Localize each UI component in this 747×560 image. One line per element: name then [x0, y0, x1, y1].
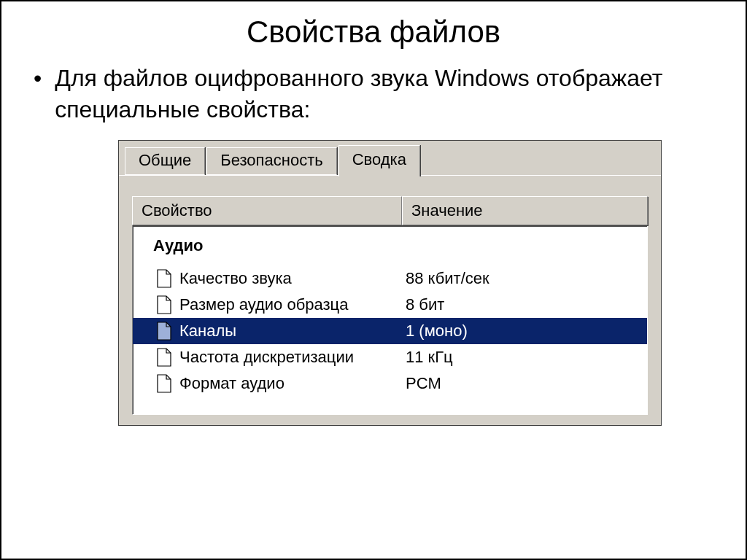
- group-header-audio: Аудио: [133, 229, 647, 265]
- list-row[interactable]: Качество звука88 кбит/сек: [133, 265, 647, 292]
- file-icon: [156, 295, 172, 314]
- list-row[interactable]: Размер аудио образца8 бит: [133, 292, 647, 318]
- property-value: 11 кГц: [406, 348, 647, 367]
- property-value: PCM: [406, 374, 647, 393]
- properties-dialog: Общие Безопасность Сводка Свойство Значе…: [118, 140, 662, 426]
- property-name: Размер аудио образца: [179, 295, 406, 314]
- list-row[interactable]: Частота дискретизации11 кГц: [133, 344, 647, 370]
- list-body: Аудио Качество звука88 кбит/сек Размер а…: [132, 225, 648, 415]
- property-name: Каналы: [179, 322, 406, 341]
- property-value: 1 (моно): [406, 322, 647, 341]
- tab-general[interactable]: Общие: [125, 147, 205, 175]
- bullet-dot-icon: •: [34, 63, 42, 94]
- bullet-item: • Для файлов оцифрованного звука Windows…: [34, 63, 725, 125]
- slide: Свойства файлов • Для файлов оцифрованно…: [0, 0, 747, 560]
- tab-panel: Свойство Значение Аудио Качество звука88…: [119, 175, 661, 425]
- tab-summary[interactable]: Сводка: [338, 145, 420, 176]
- tab-bar: Общие Безопасность Сводка: [119, 141, 661, 175]
- column-header-value[interactable]: Значение: [402, 196, 648, 225]
- file-icon: [156, 374, 172, 393]
- bullet-area: • Для файлов оцифрованного звука Windows…: [22, 63, 725, 125]
- tab-security[interactable]: Безопасность: [206, 147, 336, 175]
- property-name: Частота дискретизации: [179, 348, 406, 367]
- list-row[interactable]: Каналы1 (моно): [133, 318, 647, 344]
- bullet-text: Для файлов оцифрованного звука Windows о…: [55, 63, 725, 125]
- slide-title: Свойства файлов: [22, 15, 725, 50]
- file-icon: [156, 269, 172, 288]
- property-name: Формат аудио: [179, 374, 406, 393]
- column-header-property[interactable]: Свойство: [132, 196, 402, 225]
- file-icon: [156, 322, 172, 341]
- property-value: 8 бит: [406, 295, 647, 314]
- property-name: Качество звука: [179, 269, 406, 288]
- list-row[interactable]: Формат аудиоPCM: [133, 370, 647, 397]
- property-value: 88 кбит/сек: [406, 269, 647, 288]
- file-icon: [156, 348, 172, 367]
- list-header: Свойство Значение: [132, 196, 648, 225]
